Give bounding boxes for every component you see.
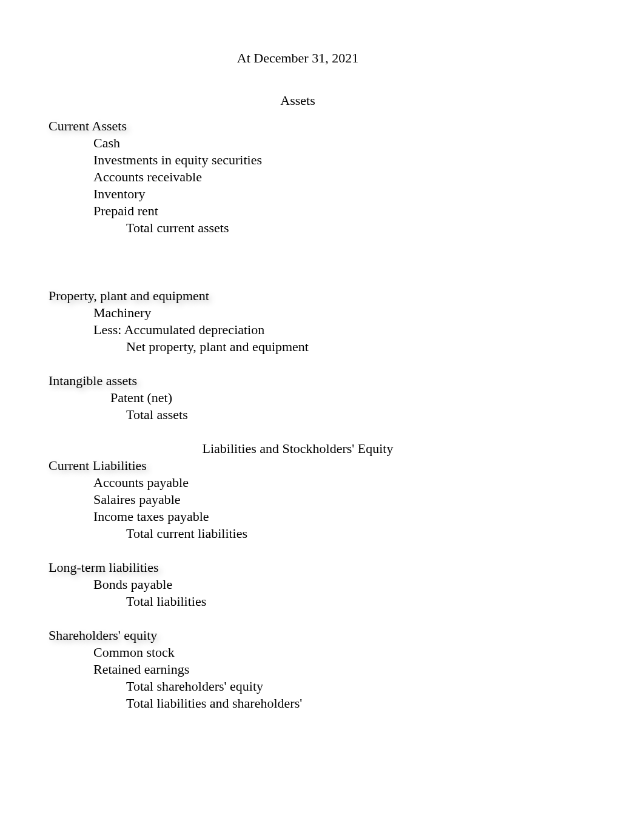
line-investments: Investments in equity securities — [49, 152, 644, 169]
total-current-assets: Total current assets — [49, 220, 644, 236]
line-machinery: Machinery — [49, 304, 644, 321]
intangible-heading: Intangible assets — [49, 372, 644, 389]
total-shareholders-equity: Total shareholders' equity — [49, 678, 644, 695]
line-salaries-payable: Salaires payable — [49, 491, 644, 508]
line-retained-earnings: Retained earnings — [49, 661, 644, 678]
total-assets: Total assets — [49, 406, 644, 423]
balance-sheet-date: At December 31, 2021 — [0, 50, 595, 67]
line-common-stock: Common stock — [49, 644, 644, 661]
longterm-liabilities-heading: Long-term liabilities — [49, 559, 644, 576]
current-liabilities-heading: Current Liabilities — [49, 457, 644, 474]
net-ppe: Net property, plant and equipment — [49, 338, 644, 355]
line-accounts-payable: Accounts payable — [49, 474, 644, 491]
liabilities-section-title: Liabilities and Stockholders' Equity — [0, 440, 595, 457]
line-income-taxes-payable: Income taxes payable — [49, 508, 644, 525]
line-inventory: Inventory — [49, 186, 644, 203]
line-accumulated-depreciation: Less: Accumulated depreciation — [49, 321, 644, 338]
ppe-heading: Property, plant and equipment — [49, 287, 644, 304]
line-bonds-payable: Bonds payable — [49, 576, 644, 593]
total-liabilities-and-equity: Total liabilities and shareholders' — [49, 695, 644, 712]
total-liabilities: Total liabilities — [49, 593, 644, 610]
current-assets-heading: Current Assets — [49, 118, 644, 135]
total-current-liabilities: Total current liabilities — [49, 525, 644, 542]
shareholders-equity-heading: Shareholders' equity — [49, 627, 644, 644]
assets-section-title: Assets — [0, 92, 595, 109]
line-patent: Patent (net) — [49, 389, 644, 406]
line-prepaid-rent: Prepaid rent — [49, 203, 644, 220]
line-cash: Cash — [49, 135, 644, 152]
line-accounts-receivable: Accounts receivable — [49, 169, 644, 186]
